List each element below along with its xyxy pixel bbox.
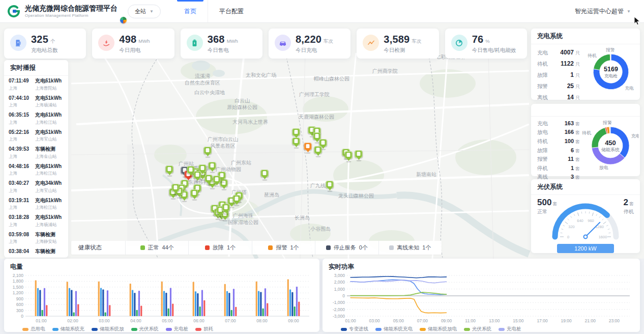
event-time: 03:19:31 [9,198,33,204]
legend-item[interactable]: 光伏系统 [131,326,159,332]
station-marker[interactable] [194,171,201,179]
svg-text:报警: 报警 [605,47,615,52]
svg-text:07:00: 07:00 [417,318,428,323]
svg-text:17:00: 17:00 [537,318,548,323]
svg-text:0: 0 [567,235,569,239]
kpi-card-consumption: 498MWh 今日用电 [92,29,174,59]
status-row: 报警 11 套 [537,155,582,164]
event-station: 上海宝山站 [35,188,64,194]
status-row: 报警 25 只 [537,80,582,92]
charging-pile-icon [193,191,196,195]
event-city: 上海 [9,102,33,108]
storage-system-panel: 充电 163 套 放电 166 套 待机 100 套 [531,104,640,176]
event-type: 充电51kWh [35,95,64,102]
station-marker[interactable] [172,184,180,191]
status-row: 待机 100 套 [537,137,582,146]
status-row: 放电 166 套 [537,128,582,137]
station-marker[interactable] [261,170,269,177]
event-type: 充电61kWh [35,163,64,170]
dashboard-root: 流溪湾 自然生态保育区 白云中央湿地 太和文化广场 帽峰山森林公园 广州商学院 … [0,0,644,334]
svg-text:-3,000: -3,000 [333,314,345,319]
station-marker[interactable] [314,146,322,154]
station-marker[interactable] [304,143,312,150]
svg-text:450: 450 [605,139,616,147]
legend-item[interactable]: 总用电 [22,326,45,332]
realtime-power-line-chart: 3,0002,0001,0000-1,000-2,000-3,00001:000… [327,272,634,324]
station-marker[interactable] [204,147,212,154]
broadcast-list[interactable]: 07:11:49 上海 充电61kWh 上海普陀站 07:44:10 上海 [4,76,68,255]
charging-pile-icon [315,134,319,138]
event-city: 上海 [9,154,33,160]
legend-swatch-icon [195,328,201,331]
station-marker[interactable] [319,139,327,147]
kpi-card-sold: 368MWh 今日售电 [181,29,262,59]
panel-title: 实时功率 [323,259,640,272]
charging-pile-icon [263,171,267,175]
station-marker[interactable] [292,137,300,145]
charging-pile-icon [220,173,224,177]
power-chart-legend: 专变进线 储能系统充电 储能系统放电 光伏系统 [323,326,640,332]
legend-item[interactable]: 充电桩 [499,326,521,332]
station-marker[interactable] [292,128,300,136]
legend-item[interactable]: 储能系统放电 [420,326,457,332]
kpi-label: 今日售电 [208,47,238,54]
svg-text:放电: 放电 [599,165,608,170]
legend-swatch-icon [499,328,505,331]
station-marker[interactable] [191,189,198,197]
site-selector[interactable]: 全站 ▼ [128,5,161,18]
station-marker[interactable] [345,151,353,159]
charging-pile-icon [196,173,199,177]
station-marker[interactable] [213,176,221,183]
event-station: 上海松江站 [35,120,64,126]
station-marker[interactable] [326,181,334,188]
charging-pile-icon [183,192,186,197]
svg-text:19:00: 19:00 [561,318,572,323]
station-marker[interactable] [233,195,241,203]
station-marker[interactable] [355,150,363,158]
legend-item[interactable]: 储能系统充电 [375,326,413,332]
charging-pile-icon [321,141,325,145]
svg-text:11:00: 11:00 [465,318,476,323]
kpi-label: 充电站总数 [31,47,58,54]
legend-item[interactable]: 储能系统放 [92,326,124,332]
legend-swatch-icon [52,328,58,331]
event-type: 充电51kWh [35,214,64,221]
map-health-legend: 健康状态 正常 44个 故障 1个 报警 1个 [71,241,442,255]
event-type: 充电61kWh [35,112,64,119]
legend-item[interactable]: 损耗 [195,326,213,332]
user-menu[interactable]: 智光运营中心超管 ▼ [575,7,631,16]
pie-icon [451,35,467,51]
legend-swatch-icon [464,328,470,331]
event-time: 03:38:04 [9,248,33,255]
svg-text:充电: 充电 [631,133,639,138]
event-type: 充电51kWh [35,129,64,136]
event-city: 上海 [9,239,33,245]
panel-title: 充电系统 [531,29,640,44]
station-marker[interactable] [166,165,173,173]
station-marker[interactable] [209,162,216,170]
svg-text:04:00: 04:00 [130,318,141,323]
charging-pile-icon [168,167,171,171]
pv-system-panel: 光伏系统 500套 正常 2套 停机 032064096012801600 12… [531,179,640,253]
app-logo [7,5,20,18]
legend-item[interactable]: 专变进线 [341,326,368,332]
legend-item[interactable]: 光伏系统 [464,326,491,332]
tab-platform-config[interactable]: 平台配置 [208,0,255,22]
station-marker[interactable] [222,204,230,211]
event-city: 上海 [9,136,33,143]
station-marker[interactable] [205,175,213,182]
legend-item[interactable]: 充电桩 [166,326,189,332]
charging-pile-icon [347,153,350,157]
colorful-sphere-icon [120,17,127,23]
event-time: 07:44:10 [9,95,33,102]
event-station: 上海松江站 [35,171,64,177]
status-row: 故障 1 只 [537,69,582,80]
kpi-label: 今日售电/耗电能效 [472,47,516,54]
svg-text:13:00: 13:00 [489,318,500,323]
status-dot-icon [268,245,273,250]
tab-home[interactable]: 首页 [173,0,208,22]
legend-swatch-icon [341,328,347,331]
car-icon [275,35,291,51]
legend-item[interactable]: 储能系统充 [52,326,85,332]
status-dot-icon [140,245,145,250]
